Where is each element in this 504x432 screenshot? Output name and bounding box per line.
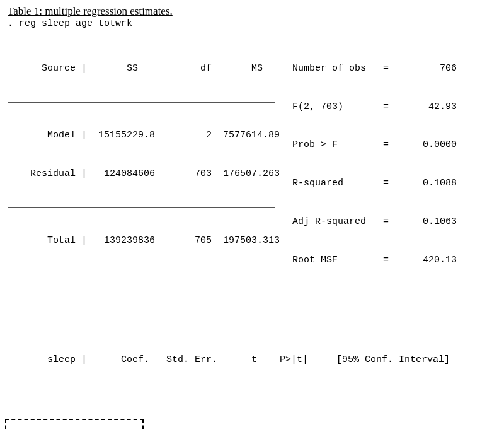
stat-adj-r2: Adj R-squared = 0.1063 (275, 216, 490, 228)
divider (8, 394, 493, 394)
table1-title: Table 1: multiple regression estimates. (8, 5, 173, 17)
divider (8, 102, 275, 103)
anova-model-row: Model | 15155229.8 2 7577614.89 (8, 129, 275, 142)
anova-total-row: Total | 139239836 705 197503.313 (8, 235, 275, 247)
coef-header: sleep | Coef. Std. Err. t P>|t| [95% Con… (8, 354, 496, 366)
anova-resid-row: Residual | 124084606 703 176507.263 (8, 168, 275, 180)
stat-prob-f: Prob > F = 0.0000 (275, 139, 490, 151)
stat-root-mse: Root MSE = 420.13 (275, 254, 490, 267)
stata-cmd-1: . reg sleep age totwrk (8, 18, 496, 30)
divider (8, 327, 493, 327)
highlight-box (5, 419, 144, 433)
stat-f: F(2, 703) = 42.93 (275, 101, 490, 114)
divider (8, 207, 275, 208)
stat-r2: R-squared = 0.1088 (275, 177, 490, 190)
anova-header: Source | SS df MS (8, 62, 275, 75)
stat-nobs: Number of obs = 706 (275, 62, 490, 75)
